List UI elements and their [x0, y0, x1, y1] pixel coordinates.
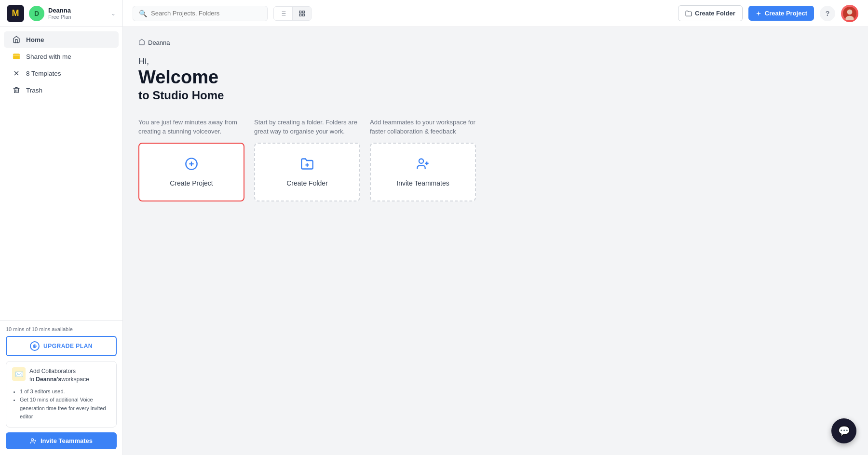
templates-icon — [12, 69, 21, 77]
breadcrumb: Deanna — [138, 39, 853, 47]
sidebar-bottom: 10 mins of 10 mins available ⊕ UPGRADE P… — [0, 320, 122, 455]
collab-bullets: 1 of 3 editors used. Get 10 mins of addi… — [12, 388, 110, 421]
breadcrumb-home-icon — [138, 39, 145, 47]
upgrade-label: UPGRADE PLAN — [43, 343, 93, 349]
create-project-top-label: Create Project — [765, 10, 807, 17]
action-cards: You are just few minutes away from creat… — [138, 118, 853, 201]
sidebar-header[interactable]: M D Deanna Free Plan ⌄ — [0, 0, 122, 27]
invite-teammates-card-icon — [416, 157, 430, 174]
svg-rect-15 — [302, 14, 304, 16]
create-project-card[interactable]: Create Project — [138, 143, 244, 201]
hi-text: Hi, — [138, 56, 853, 67]
plus-icon — [755, 10, 762, 17]
welcome-section: Hi, Welcome to Studio Home — [138, 56, 853, 102]
svg-rect-12 — [299, 11, 301, 13]
folder-icon — [685, 10, 692, 17]
create-project-wrapper: You are just few minutes away from creat… — [138, 118, 244, 201]
user-info: Deanna Free Plan — [48, 7, 111, 20]
breadcrumb-text: Deanna — [148, 39, 170, 46]
grid-view-button[interactable] — [293, 7, 311, 20]
collab-card: ✉️ Add Collaborators to Deanna'sworkspac… — [6, 361, 117, 428]
create-project-desc: You are just few minutes away from creat… — [138, 118, 244, 138]
welcome-title: Welcome — [138, 67, 853, 88]
user-avatar: D — [29, 6, 44, 21]
invite-teammates-sidebar-button[interactable]: Invite Teammates — [6, 432, 117, 449]
create-folder-card[interactable]: Create Folder — [254, 143, 360, 201]
shared-icon — [12, 53, 21, 60]
chat-icon: 💬 — [838, 425, 850, 437]
chevron-down-icon: ⌄ — [111, 10, 116, 17]
svg-point-3 — [31, 438, 34, 441]
svg-point-19 — [847, 9, 853, 14]
collab-bullet-1: 1 of 3 editors used. — [20, 388, 110, 396]
create-folder-card-label: Create Folder — [286, 179, 328, 187]
create-folder-top-button[interactable]: Create Folder — [678, 5, 743, 21]
invite-teammates-card[interactable]: Invite Teammates — [370, 143, 476, 201]
mins-available-label: 10 mins of 10 mins available — [6, 326, 117, 332]
collab-sub1: to — [29, 376, 36, 383]
sidebar-item-trash-label: Trash — [26, 87, 42, 94]
svg-rect-0 — [13, 54, 19, 59]
sidebar-item-home[interactable]: Home — [4, 31, 119, 48]
avatar-image — [843, 7, 856, 20]
invite-btn-label: Invite Teammates — [41, 437, 93, 444]
search-input[interactable] — [151, 10, 261, 17]
collab-header: ✉️ Add Collaborators to Deanna'sworkspac… — [12, 367, 110, 384]
create-folder-desc: Start by creating a folder. Folders are … — [254, 118, 360, 138]
profile-avatar[interactable] — [841, 5, 858, 22]
create-project-icon — [185, 157, 198, 174]
logo-mark: M — [7, 5, 24, 22]
sidebar: M D Deanna Free Plan ⌄ Home Shared with … — [0, 0, 123, 455]
invite-teammates-desc: Add teammates to your workspace for fast… — [370, 118, 476, 138]
sidebar-item-shared[interactable]: Shared with me — [4, 48, 119, 65]
svg-rect-13 — [302, 11, 304, 13]
create-project-label: Create Project — [170, 179, 213, 187]
create-folder-top-label: Create Folder — [695, 10, 735, 17]
sidebar-item-templates-label: 8 Templates — [26, 70, 61, 77]
list-view-button[interactable] — [274, 7, 293, 20]
sidebar-item-home-label: Home — [26, 36, 44, 43]
help-button[interactable]: ? — [820, 6, 835, 21]
search-icon: 🔍 — [139, 10, 147, 17]
upgrade-plan-button[interactable]: ⊕ UPGRADE PLAN — [6, 336, 117, 356]
trash-icon — [12, 86, 21, 94]
collab-text: Add Collaborators to Deanna'sworkspace — [29, 367, 89, 384]
logo-letter: M — [12, 8, 19, 18]
invite-teammates-label: Invite Teammates — [396, 179, 449, 187]
sidebar-item-shared-label: Shared with me — [26, 53, 71, 60]
upgrade-icon: ⊕ — [30, 341, 40, 351]
collab-bullet-2: Get 10 mins of additional Voice generati… — [20, 396, 110, 421]
search-container[interactable]: 🔍 — [133, 6, 268, 21]
user-plan: Free Plan — [48, 14, 111, 20]
collab-sub2: workspace — [61, 376, 89, 383]
user-name: Deanna — [48, 7, 111, 14]
collab-title: Add Collaborators — [29, 368, 76, 375]
invite-teammates-wrapper: Add teammates to your workspace for fast… — [370, 118, 476, 201]
svg-rect-14 — [299, 14, 301, 16]
topbar: 🔍 Create Folder Create Project ? — [123, 0, 868, 27]
studio-home-text: to Studio Home — [138, 89, 853, 102]
sidebar-nav: Home Shared with me 8 Templates Trash — [0, 27, 122, 320]
chat-bubble[interactable]: 💬 — [831, 418, 856, 443]
create-folder-wrapper: Start by creating a folder. Folders are … — [254, 118, 360, 201]
collab-bold: Deanna's — [36, 376, 61, 383]
invite-icon — [30, 438, 37, 444]
list-icon — [280, 10, 286, 17]
envelope-icon: ✉️ — [12, 367, 26, 381]
sidebar-item-trash[interactable]: Trash — [4, 82, 119, 98]
home-icon — [12, 36, 21, 43]
sidebar-item-templates[interactable]: 8 Templates — [4, 65, 119, 81]
create-project-top-button[interactable]: Create Project — [748, 6, 814, 21]
create-folder-card-icon — [300, 157, 314, 174]
grid-icon — [298, 10, 305, 17]
main-area: 🔍 Create Folder Create Project ? — [123, 0, 868, 455]
page-content: Deanna Hi, Welcome to Studio Home You ar… — [123, 27, 868, 455]
svg-point-26 — [419, 159, 423, 163]
view-toggle — [273, 6, 312, 21]
